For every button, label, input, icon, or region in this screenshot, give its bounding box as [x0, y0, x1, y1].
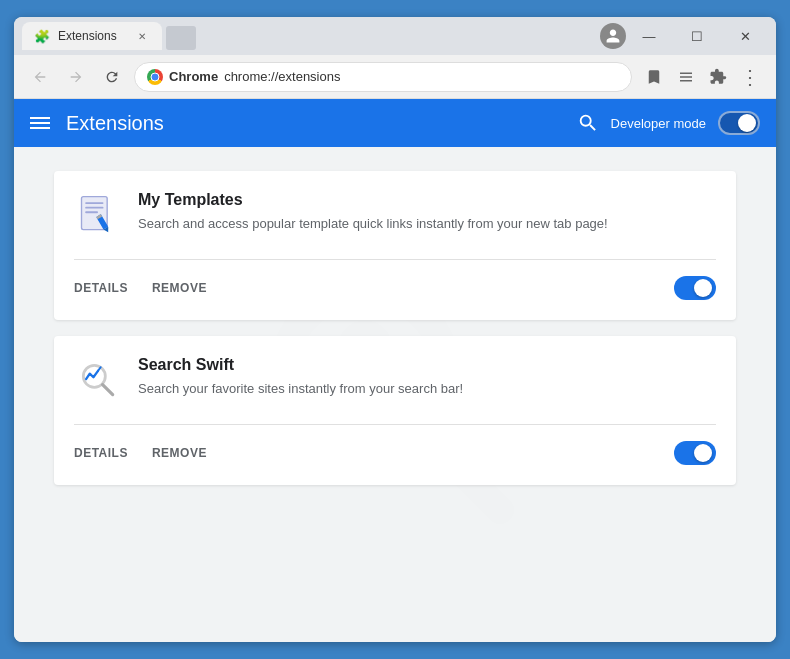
extensions-tab[interactable]: 🧩 Extensions ✕ — [22, 22, 162, 50]
my-templates-icon — [74, 191, 122, 239]
svg-rect-5 — [85, 202, 103, 204]
extension-card-my-templates: My Templates Search and access popular t… — [54, 171, 736, 320]
search-swift-info: Search Swift Search your favorite sites … — [138, 356, 716, 398]
title-bar: 🧩 Extensions ✕ — ☐ ✕ — [14, 17, 776, 55]
my-templates-details-button[interactable]: DETAILS — [74, 281, 128, 295]
search-button[interactable] — [577, 112, 599, 134]
chrome-label: Chrome — [169, 69, 218, 84]
more-menu-button[interactable]: ⋮ — [736, 63, 764, 91]
my-templates-toggle-area — [674, 276, 716, 300]
tab-close-button[interactable]: ✕ — [134, 28, 150, 44]
bookmark-button[interactable] — [640, 63, 668, 91]
address-input[interactable]: Chrome chrome://extensions — [134, 62, 632, 92]
address-bar-icons: ⋮ — [640, 63, 764, 91]
window-controls: — ☐ ✕ — [626, 22, 768, 50]
profile-area — [600, 23, 626, 49]
forward-button[interactable] — [62, 63, 90, 91]
tab-title: Extensions — [58, 29, 126, 43]
svg-rect-7 — [85, 211, 98, 213]
maximize-button[interactable]: ☐ — [674, 22, 720, 50]
profile-icon[interactable] — [600, 23, 626, 49]
search-swift-desc: Search your favorite sites instantly fro… — [138, 380, 716, 398]
browser-window: 🧩 Extensions ✕ — ☐ ✕ — [14, 17, 776, 642]
ext-card-top-2: Search Swift Search your favorite sites … — [74, 356, 716, 404]
extension-card-search-swift: Search Swift Search your favorite sites … — [54, 336, 736, 485]
minimize-button[interactable]: — — [626, 22, 672, 50]
my-templates-desc: Search and access popular template quick… — [138, 215, 716, 233]
tab-icon: 🧩 — [34, 29, 50, 44]
extensions-puzzle-button[interactable] — [704, 63, 732, 91]
extensions-page-title: Extensions — [66, 112, 561, 135]
my-templates-toggle[interactable] — [674, 276, 716, 300]
my-templates-name: My Templates — [138, 191, 716, 209]
refresh-button[interactable] — [98, 63, 126, 91]
address-text: chrome://extensions — [224, 69, 340, 84]
developer-mode-label: Developer mode — [611, 116, 706, 131]
ext-card-top: My Templates Search and access popular t… — [74, 191, 716, 239]
search-swift-actions: DETAILS REMOVE — [74, 424, 716, 465]
hamburger-menu[interactable] — [30, 117, 50, 129]
close-button[interactable]: ✕ — [722, 22, 768, 50]
svg-line-13 — [98, 367, 101, 371]
developer-mode-toggle[interactable] — [718, 111, 760, 135]
extensions-content: My Templates Search and access popular t… — [14, 147, 776, 642]
search-swift-name: Search Swift — [138, 356, 716, 374]
my-templates-actions: DETAILS REMOVE — [74, 259, 716, 300]
search-swift-details-button[interactable]: DETAILS — [74, 446, 128, 460]
search-swift-toggle[interactable] — [674, 441, 716, 465]
svg-rect-6 — [85, 207, 103, 209]
search-swift-icon — [74, 356, 122, 404]
header-right: Developer mode — [577, 111, 760, 135]
my-templates-remove-button[interactable]: REMOVE — [152, 281, 207, 295]
svg-line-12 — [103, 385, 113, 395]
my-templates-info: My Templates Search and access popular t… — [138, 191, 716, 233]
back-button[interactable] — [26, 63, 54, 91]
address-bar: Chrome chrome://extensions ⋮ — [14, 55, 776, 99]
search-swift-toggle-area — [674, 441, 716, 465]
search-swift-remove-button[interactable]: REMOVE — [152, 446, 207, 460]
security-icon — [147, 69, 163, 85]
new-tab-button[interactable] — [166, 26, 196, 50]
chrome-menu-button[interactable] — [672, 63, 700, 91]
extensions-header: Extensions Developer mode — [14, 99, 776, 147]
